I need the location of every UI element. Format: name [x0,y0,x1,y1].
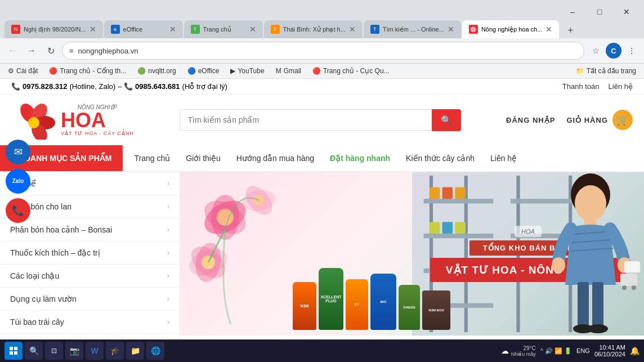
sidebar-item-thuockich[interactable]: Thuốc kích thích – đặc trị › [0,242,180,265]
bookmark-gmail[interactable]: M Gmail [272,66,305,76]
contact-link[interactable]: Liên hệ [609,82,633,91]
bookmark-cucqu[interactable]: 🔴 Trang chủ - Cục Qu... [309,66,393,76]
phone-float-button[interactable]: 📞 [6,198,30,223]
cart-area[interactable]: GIỎ HÀNG 🛒 [566,110,633,130]
nav-huongdan[interactable]: Hướng dẫn mua hàng [236,154,314,163]
search-area: 🔍 [180,109,461,131]
taskbar-word[interactable]: W [86,342,104,360]
address-security-icon: ≡ [69,47,74,55]
nav-kienthuc[interactable]: Kiến thức cây cảnh [406,154,475,163]
weather-info: 29°C Nhiều mây [511,345,536,357]
browser-actions: ☆ C ⋮ [588,43,639,59]
arrow-icon-2: › [167,203,169,211]
login-button[interactable]: ĐĂNG NHẬP [506,116,555,124]
tab-3[interactable]: T Trang chủ ✕ [184,20,263,38]
maximize-button[interactable]: □ [587,3,612,21]
payment-link[interactable]: Thanh toán [562,82,600,91]
tab-6[interactable]: 🌸 Nông nghiệp hoa ch... ✕ [462,20,560,38]
tab-1[interactable]: N Nghị định 98/2020/N... ✕ [5,20,103,38]
notification-icon[interactable]: 🔔 [630,346,639,355]
bookmark-button[interactable]: ☆ [588,43,603,59]
tab-5-close[interactable]: ✕ [448,25,454,34]
tab-6-label: Nông nghiệp hoa ch... [481,26,543,33]
category-label: DANH MỤC SẢN PHẨM [25,154,111,163]
email-icon: ✉ [14,146,23,158]
search-input[interactable] [180,109,432,131]
close-button[interactable]: ✕ [614,3,639,21]
arrow-icon-3: › [167,226,169,234]
time-display: 10:41 AM [600,344,625,351]
nav-dathang[interactable]: Đặt hàng nhanh [330,154,390,163]
word-icon: W [91,346,98,355]
start-button[interactable] [5,342,23,360]
settings-icon: ⚙ [8,67,14,75]
phone2[interactable]: 0985.643.681 [135,82,180,91]
bookmark-youtube[interactable]: ▶ YouTube [227,66,267,76]
sidebar-item-tuibao[interactable]: Túi bao trái cây › [0,311,180,334]
tab-3-close[interactable]: ✕ [249,25,256,34]
taskbar-search-button[interactable]: 🔍 [25,342,43,360]
back-button[interactable]: ← [5,43,20,59]
tab-5[interactable]: T Tìm kiếm ... - Online... ✕ [364,20,461,38]
tab-1-favicon: N [11,25,20,34]
logo-area[interactable]: NÔNG NGHIỆP HOA VẬT TƯ HOA - CÂY CẢNH [11,100,134,140]
bottle-2: XCELLENT PLUG [319,268,343,330]
more-button[interactable]: ⋮ [624,43,639,59]
search-button[interactable]: 🔍 [432,109,461,131]
sidebar-item-dungcu[interactable]: Dụng cụ làm vườn › [0,288,180,311]
nav-lienhe[interactable]: Liên hệ [490,154,517,163]
tab-2[interactable]: e eOffice ✕ [104,20,183,38]
new-tab-button[interactable]: + [562,23,578,38]
address-bar[interactable]: ≡ nongnghiephoa.vn [62,42,584,60]
taskbar-task-view[interactable]: ⊡ [45,342,63,360]
svg-point-9 [217,209,234,226]
browser-controls: ← → ↻ ≡ nongnghiephoa.vn ☆ C ⋮ [0,38,644,64]
nav-gioithieu[interactable]: Giới thiệu [186,154,221,163]
sidebar-item-chau[interactable]: Các loại chậu › [0,265,180,288]
svg-point-41 [622,285,627,290]
zalo-float-button[interactable]: Zalo [6,169,30,194]
taskbar-chrome[interactable]: 🌐 [146,342,164,360]
taskview-icon: ⊡ [51,347,57,355]
date-display: 06/10/2024 [594,351,625,357]
nav-trangchu[interactable]: Trang chủ [134,154,170,163]
phone1[interactable]: 0975.828.312 [23,82,68,91]
zalo-icon: Zalo [12,178,24,184]
tab-6-close[interactable]: ✕ [545,25,552,34]
bookmark-tatca[interactable]: 📁 Tất cả đầu trang [573,66,639,76]
tab-1-close[interactable]: ✕ [90,25,96,34]
cart-icon: 🛒 [612,110,633,130]
profile-button[interactable]: C [606,43,621,59]
tab-4[interactable]: T Thái Bình: Xử phạt h... ✕ [264,20,363,38]
separator: – 📞 [118,82,133,91]
bookmark-eoffice[interactable]: 🔵 eOffice [184,66,223,76]
sidebar-item-label-3: Phân bón hoa cảnh – Bonsai [10,225,112,234]
tab-2-close[interactable]: ✕ [169,25,176,34]
taskbar-folder[interactable]: 📁 [126,342,144,360]
window-buttons[interactable]: – □ ✕ [560,3,639,21]
bookmark-trangchu[interactable]: 🔴 Trang chủ - Cổng th... [46,66,129,76]
bottle-1: N3M [293,282,316,330]
bookmark-settings[interactable]: ⚙ Cài đặt [5,66,41,76]
arrow-icon-4: › [167,249,169,257]
tab-2-favicon: e [111,25,120,34]
email-float-button[interactable]: ✉ [6,140,30,164]
weather-icon: ☁ [501,346,509,355]
forward-button[interactable]: → [24,43,39,59]
taskbar-right: ☁ 29°C Nhiều mây ^ 🔊 📶 🔋 ENG 10:41 AM 06… [501,344,639,357]
logo-main-text: HOA [61,110,134,131]
sidebar-item-label-7: Túi bao trái cây [10,318,64,327]
taskbar-camera[interactable]: 📷 [65,342,83,360]
reload-button[interactable]: ↻ [43,43,59,59]
svg-rect-40 [620,274,637,286]
taskbar-edu[interactable]: 🎓 [106,342,124,360]
tab-4-close[interactable]: ✕ [349,25,356,34]
system-tray-icons: ^ 🔊 📶 🔋 [540,347,572,355]
phone2-note: (Hỗ trợ đại lý) [182,82,227,91]
minimize-button[interactable]: – [560,3,585,21]
tab-3-favicon: T [191,25,200,34]
bookmarks-bar: ⚙ Cài đặt 🔴 Trang chủ - Cổng th... 🟢 nvq… [0,64,644,79]
bookmark-nvqltt[interactable]: 🟢 nvqltt.org [134,66,179,76]
chrome-icon: 🌐 [151,346,160,355]
arrow-icon-1: › [167,180,169,187]
